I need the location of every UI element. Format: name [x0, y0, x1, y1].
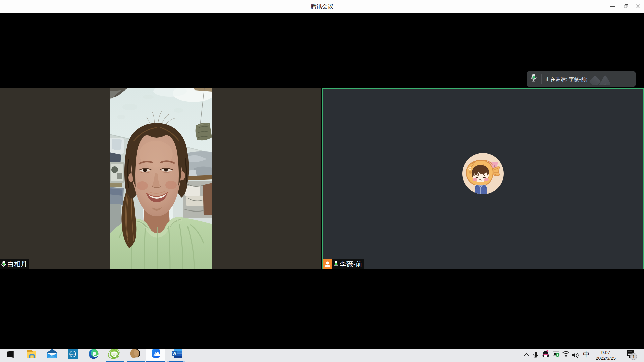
svg-text:中: 中: [583, 351, 590, 358]
svg-text:W: W: [173, 352, 176, 356]
svg-text:1: 1: [632, 354, 635, 359]
svg-text:DELL: DELL: [70, 353, 75, 355]
svg-text:2022/3/25: 2022/3/25: [596, 356, 616, 361]
svg-text:9:07: 9:07: [601, 350, 610, 355]
